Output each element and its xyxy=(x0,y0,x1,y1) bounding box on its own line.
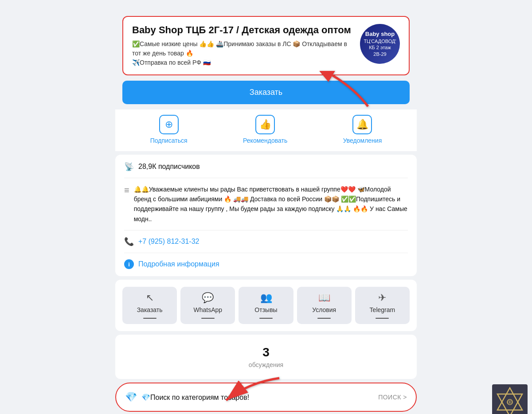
more-info-text: Подробная информация xyxy=(138,260,219,268)
notifications-action[interactable]: 🔔 Уведомления xyxy=(343,115,382,144)
menu-btn-reviews-label: Отзывы xyxy=(254,306,277,313)
svg-point-7 xyxy=(509,402,511,403)
search-link[interactable]: ПОИСК > xyxy=(378,394,407,401)
avatar: Baby shop ТЦ'САДОВОД' КБ 2 этаж 2В-29 xyxy=(360,24,400,64)
subtitle-line2: ✈️Отправка по всей РФ 🇷🇺 xyxy=(132,59,211,66)
description-text: 🔔🔔Уважаемые клиенты мы рады Вас приветст… xyxy=(134,184,408,224)
discussions-count: 3 xyxy=(124,345,408,359)
telegram-icon: ✈ xyxy=(378,292,386,304)
phone-text: +7 (925) 812-31-32 xyxy=(138,238,199,246)
subscribers-row: 📡 28,9К подписчиков xyxy=(124,162,408,178)
header-card: Baby Shop ТЦБ 2Г-17 / Детская одежда опт… xyxy=(122,16,410,75)
notifications-label: Уведомления xyxy=(343,137,382,144)
phone-row[interactable]: 📞 +7 (925) 812-31-32 xyxy=(124,237,408,253)
menu-buttons: ↖ Заказать 💬 WhatsApp 👥 Отзывы 📖 Условия xyxy=(122,287,410,324)
header-text: Baby Shop ТЦБ 2Г-17 / Детская одежда опт… xyxy=(132,24,353,67)
menu-btn-underline-4 xyxy=(317,318,331,319)
info-icon: i xyxy=(124,259,134,269)
notifications-icon: 🔔 xyxy=(352,115,372,134)
menu-btn-underline-3 xyxy=(259,318,273,319)
discussions-section: 3 обсуждения xyxy=(115,335,417,379)
menu-btn-order[interactable]: ↖ Заказать xyxy=(122,287,177,324)
subscribers-text: 28,9К подписчиков xyxy=(138,163,200,171)
subscribe-icon: ⊕ xyxy=(159,115,179,134)
menu-btn-whatsapp-label: WhatsApp xyxy=(194,306,223,313)
avatar-line3: КБ 2 этаж xyxy=(369,44,391,51)
content-area: Baby Shop ТЦБ 2Г-17 / Детская одежда опт… xyxy=(115,0,417,414)
avatar-line2: ТЦ'САДОВОД' xyxy=(364,38,396,44)
description-icon: ≡ xyxy=(124,185,129,195)
recommend-action[interactable]: 👍 Рекомендовать xyxy=(243,115,287,144)
menu-btn-underline xyxy=(143,318,156,319)
whatsapp-icon: 💬 xyxy=(202,292,214,304)
more-info-row[interactable]: i Подробная информация xyxy=(124,259,408,269)
page-wrapper: Baby Shop ТЦБ 2Г-17 / Детская одежда опт… xyxy=(0,0,532,414)
menu-btn-reviews[interactable]: 👥 Отзывы xyxy=(239,287,293,324)
header-title: Baby Shop ТЦБ 2Г-17 / Детская одежда опт… xyxy=(132,24,353,37)
menu-btn-conditions[interactable]: 📖 Условия xyxy=(297,287,352,324)
avatar-brand: Baby shop xyxy=(365,31,395,38)
recommend-label: Рекомендовать xyxy=(243,137,287,144)
menu-btn-underline-2 xyxy=(201,318,215,319)
info-card: 📡 28,9К подписчиков ≡ 🔔🔔Уважаемые клиент… xyxy=(115,155,417,277)
red-arrow-order xyxy=(319,71,377,111)
reviews-icon: 👥 xyxy=(260,292,272,304)
description-row: ≡ 🔔🔔Уважаемые клиенты мы рады Вас привет… xyxy=(124,184,408,231)
logo-icon: ОКУЛИСТ xyxy=(492,384,528,414)
subscribers-icon: 📡 xyxy=(124,162,134,172)
menu-section: ↖ Заказать 💬 WhatsApp 👥 Отзывы 📖 Условия xyxy=(115,280,417,331)
menu-btn-order-label: Заказать xyxy=(137,306,163,313)
book-icon: 📖 xyxy=(318,292,330,304)
avatar-line4: 2В-29 xyxy=(373,51,386,57)
phone-icon: 📞 xyxy=(124,237,134,246)
action-row: ⊕ Подписаться 👍 Рекомендовать 🔔 Уведомле… xyxy=(115,109,417,151)
menu-btn-conditions-label: Условия xyxy=(312,306,336,313)
menu-btn-underline-5 xyxy=(376,318,389,319)
cursor-icon: ↖ xyxy=(146,292,154,304)
menu-btn-telegram-label: Telegram xyxy=(370,306,395,313)
menu-btn-telegram[interactable]: ✈ Telegram xyxy=(355,287,410,324)
menu-btn-whatsapp[interactable]: 💬 WhatsApp xyxy=(180,287,235,324)
watermark: ОКУЛИСТ xyxy=(492,384,528,414)
red-arrow-search xyxy=(204,374,284,409)
subscribe-label: Подписаться xyxy=(150,137,188,144)
recommend-icon: 👍 xyxy=(255,115,275,134)
subscribe-action[interactable]: ⊕ Подписаться xyxy=(150,115,188,144)
subtitle-line1: ✅Самые низкие цены 👍👍 🚢Принимаю заказы в… xyxy=(132,40,347,57)
header-subtitle: ✅Самые низкие цены 👍👍 🚢Принимаю заказы в… xyxy=(132,39,353,67)
diamond-icon: 💎 xyxy=(125,391,137,403)
discussions-label: обсуждения xyxy=(124,361,408,368)
